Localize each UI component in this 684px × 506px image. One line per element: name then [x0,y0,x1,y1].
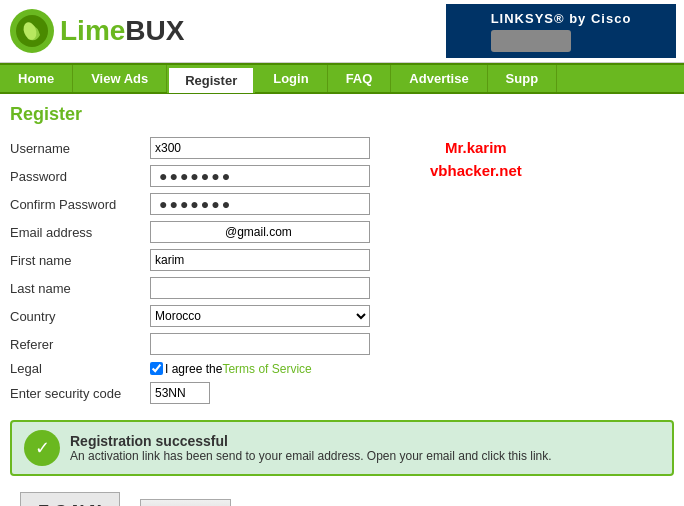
logo-bux: BUX [125,15,184,46]
logo-lime: Lime [60,15,125,46]
promo-line1: Mr.karim [430,137,522,160]
security-row: Enter security code [10,382,370,404]
firstname-row: First name [10,249,370,271]
legal-content: I agree the Terms of Service [150,362,312,376]
lastname-row: Last name [10,277,370,299]
nav-bar: Home View Ads Register Login FAQ Adverti… [0,63,684,94]
captcha-image: 53NN [20,492,120,506]
logo-area: LimeBUX [8,7,184,55]
email-label: Email address [10,225,150,240]
form-wrapper: Username Password ●●●●●●● Confirm Passwo… [10,137,674,410]
confirm-password-dots: ●●●●●●● [155,193,232,215]
email-row: Email address @gmail.com [10,221,370,243]
confirm-password-row: Confirm Password ●●●●●●● [10,193,370,215]
side-promo: Mr.karim vbhacker.net [430,137,522,410]
country-select[interactable]: Morocco USA UK [150,305,370,327]
register-button[interactable]: Regist ↖ [140,499,231,506]
content-area: Register Username Password ●●●●●●● Confi… [0,94,684,506]
password-dots: ●●●●●●● [155,165,232,187]
nav-viewads[interactable]: View Ads [73,65,167,92]
success-icon: ✓ [24,430,60,466]
password-field[interactable]: ●●●●●●● [150,165,370,187]
referer-row: Referer [10,333,370,355]
firstname-label: First name [10,253,150,268]
username-row: Username [10,137,370,159]
security-label: Enter security code [10,386,150,401]
nav-register[interactable]: Register [167,66,255,93]
lastname-blurred [155,281,215,295]
referer-blurred [155,337,245,351]
page-title: Register [10,104,674,125]
username-label: Username [10,141,150,156]
header: LimeBUX LINKSYS® by Cisco [0,0,684,63]
nav-home[interactable]: Home [0,65,73,92]
success-banner: ✓ Registration successful An activation … [10,420,674,476]
email-suffix: @gmail.com [225,225,292,239]
password-row: Password ●●●●●●● [10,165,370,187]
success-text: Registration successful An activation li… [70,433,552,463]
legal-row: Legal I agree the Terms of Service [10,361,370,376]
promo-line2: vbhacker.net [430,160,522,183]
security-input[interactable] [150,382,210,404]
referer-label: Referer [10,337,150,352]
bottom-area: 53NN Regist ↖ [10,486,674,506]
legal-checkbox[interactable] [150,362,163,375]
terms-link[interactable]: Terms of Service [222,362,311,376]
logo-text: LimeBUX [60,15,184,47]
country-label: Country [10,309,150,324]
legal-text: I agree the [165,362,222,376]
router-shape [491,30,571,52]
referer-field[interactable] [150,333,370,355]
nav-supp[interactable]: Supp [488,65,558,92]
nav-faq[interactable]: FAQ [328,65,392,92]
nav-advertise[interactable]: Advertise [391,65,487,92]
logo-icon [8,7,56,55]
email-field[interactable]: @gmail.com [150,221,370,243]
success-message: An activation link has been send to your… [70,449,552,463]
lastname-label: Last name [10,281,150,296]
confirm-password-field[interactable]: ●●●●●●● [150,193,370,215]
country-row: Country Morocco USA UK [10,305,370,327]
username-input[interactable] [150,137,370,159]
legal-label: Legal [10,361,150,376]
firstname-input[interactable] [150,249,370,271]
register-form: Username Password ●●●●●●● Confirm Passwo… [10,137,370,410]
linksys-banner: LINKSYS® by Cisco [446,4,676,58]
lastname-field[interactable] [150,277,370,299]
linksys-text: LINKSYS® by Cisco [491,11,632,26]
success-title: Registration successful [70,433,552,449]
nav-login[interactable]: Login [255,65,327,92]
email-blurred [155,225,225,239]
password-label: Password [10,169,150,184]
confirm-password-label: Confirm Password [10,197,150,212]
